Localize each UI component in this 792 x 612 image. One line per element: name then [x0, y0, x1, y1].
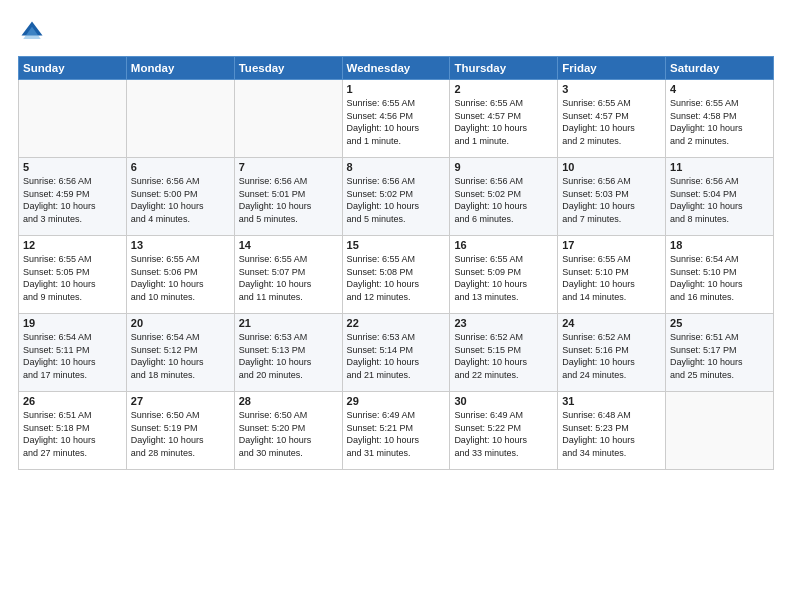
day-info: Sunrise: 6:55 AM Sunset: 5:08 PM Dayligh…	[347, 253, 446, 303]
weekday-header-row: SundayMondayTuesdayWednesdayThursdayFrid…	[19, 57, 774, 80]
day-number: 2	[454, 83, 553, 95]
day-number: 19	[23, 317, 122, 329]
day-cell: 1Sunrise: 6:55 AM Sunset: 4:56 PM Daylig…	[342, 80, 450, 158]
day-number: 9	[454, 161, 553, 173]
day-cell: 2Sunrise: 6:55 AM Sunset: 4:57 PM Daylig…	[450, 80, 558, 158]
day-cell	[234, 80, 342, 158]
day-cell: 24Sunrise: 6:52 AM Sunset: 5:16 PM Dayli…	[558, 314, 666, 392]
day-cell	[19, 80, 127, 158]
day-cell: 23Sunrise: 6:52 AM Sunset: 5:15 PM Dayli…	[450, 314, 558, 392]
day-info: Sunrise: 6:54 AM Sunset: 5:11 PM Dayligh…	[23, 331, 122, 381]
day-number: 16	[454, 239, 553, 251]
week-row-4: 26Sunrise: 6:51 AM Sunset: 5:18 PM Dayli…	[19, 392, 774, 470]
day-number: 28	[239, 395, 338, 407]
day-number: 14	[239, 239, 338, 251]
day-info: Sunrise: 6:54 AM Sunset: 5:12 PM Dayligh…	[131, 331, 230, 381]
day-cell: 18Sunrise: 6:54 AM Sunset: 5:10 PM Dayli…	[666, 236, 774, 314]
day-number: 26	[23, 395, 122, 407]
day-cell: 26Sunrise: 6:51 AM Sunset: 5:18 PM Dayli…	[19, 392, 127, 470]
day-info: Sunrise: 6:56 AM Sunset: 5:02 PM Dayligh…	[454, 175, 553, 225]
day-info: Sunrise: 6:53 AM Sunset: 5:14 PM Dayligh…	[347, 331, 446, 381]
day-number: 18	[670, 239, 769, 251]
day-cell: 19Sunrise: 6:54 AM Sunset: 5:11 PM Dayli…	[19, 314, 127, 392]
day-cell: 28Sunrise: 6:50 AM Sunset: 5:20 PM Dayli…	[234, 392, 342, 470]
day-cell: 12Sunrise: 6:55 AM Sunset: 5:05 PM Dayli…	[19, 236, 127, 314]
day-info: Sunrise: 6:52 AM Sunset: 5:16 PM Dayligh…	[562, 331, 661, 381]
day-cell: 22Sunrise: 6:53 AM Sunset: 5:14 PM Dayli…	[342, 314, 450, 392]
day-cell: 16Sunrise: 6:55 AM Sunset: 5:09 PM Dayli…	[450, 236, 558, 314]
day-number: 20	[131, 317, 230, 329]
weekday-thursday: Thursday	[450, 57, 558, 80]
day-cell: 9Sunrise: 6:56 AM Sunset: 5:02 PM Daylig…	[450, 158, 558, 236]
day-info: Sunrise: 6:55 AM Sunset: 5:05 PM Dayligh…	[23, 253, 122, 303]
day-info: Sunrise: 6:50 AM Sunset: 5:20 PM Dayligh…	[239, 409, 338, 459]
day-number: 13	[131, 239, 230, 251]
day-info: Sunrise: 6:56 AM Sunset: 5:03 PM Dayligh…	[562, 175, 661, 225]
day-info: Sunrise: 6:48 AM Sunset: 5:23 PM Dayligh…	[562, 409, 661, 459]
day-cell: 20Sunrise: 6:54 AM Sunset: 5:12 PM Dayli…	[126, 314, 234, 392]
day-number: 10	[562, 161, 661, 173]
day-cell: 15Sunrise: 6:55 AM Sunset: 5:08 PM Dayli…	[342, 236, 450, 314]
day-info: Sunrise: 6:52 AM Sunset: 5:15 PM Dayligh…	[454, 331, 553, 381]
day-cell: 6Sunrise: 6:56 AM Sunset: 5:00 PM Daylig…	[126, 158, 234, 236]
day-info: Sunrise: 6:50 AM Sunset: 5:19 PM Dayligh…	[131, 409, 230, 459]
day-info: Sunrise: 6:55 AM Sunset: 5:10 PM Dayligh…	[562, 253, 661, 303]
logo	[18, 18, 50, 46]
page: SundayMondayTuesdayWednesdayThursdayFrid…	[0, 0, 792, 612]
day-number: 25	[670, 317, 769, 329]
day-info: Sunrise: 6:49 AM Sunset: 5:21 PM Dayligh…	[347, 409, 446, 459]
day-cell: 21Sunrise: 6:53 AM Sunset: 5:13 PM Dayli…	[234, 314, 342, 392]
day-number: 3	[562, 83, 661, 95]
week-row-0: 1Sunrise: 6:55 AM Sunset: 4:56 PM Daylig…	[19, 80, 774, 158]
day-cell	[666, 392, 774, 470]
day-info: Sunrise: 6:49 AM Sunset: 5:22 PM Dayligh…	[454, 409, 553, 459]
day-cell: 13Sunrise: 6:55 AM Sunset: 5:06 PM Dayli…	[126, 236, 234, 314]
day-info: Sunrise: 6:55 AM Sunset: 5:09 PM Dayligh…	[454, 253, 553, 303]
day-number: 12	[23, 239, 122, 251]
day-number: 31	[562, 395, 661, 407]
day-number: 15	[347, 239, 446, 251]
week-row-1: 5Sunrise: 6:56 AM Sunset: 4:59 PM Daylig…	[19, 158, 774, 236]
day-info: Sunrise: 6:55 AM Sunset: 4:57 PM Dayligh…	[562, 97, 661, 147]
header	[18, 18, 774, 46]
day-info: Sunrise: 6:51 AM Sunset: 5:17 PM Dayligh…	[670, 331, 769, 381]
day-number: 22	[347, 317, 446, 329]
day-info: Sunrise: 6:56 AM Sunset: 5:04 PM Dayligh…	[670, 175, 769, 225]
day-info: Sunrise: 6:56 AM Sunset: 5:01 PM Dayligh…	[239, 175, 338, 225]
day-info: Sunrise: 6:56 AM Sunset: 5:00 PM Dayligh…	[131, 175, 230, 225]
day-cell: 27Sunrise: 6:50 AM Sunset: 5:19 PM Dayli…	[126, 392, 234, 470]
day-cell: 29Sunrise: 6:49 AM Sunset: 5:21 PM Dayli…	[342, 392, 450, 470]
day-info: Sunrise: 6:56 AM Sunset: 5:02 PM Dayligh…	[347, 175, 446, 225]
weekday-monday: Monday	[126, 57, 234, 80]
day-number: 6	[131, 161, 230, 173]
calendar-table: SundayMondayTuesdayWednesdayThursdayFrid…	[18, 56, 774, 470]
weekday-friday: Friday	[558, 57, 666, 80]
day-info: Sunrise: 6:55 AM Sunset: 4:57 PM Dayligh…	[454, 97, 553, 147]
day-number: 30	[454, 395, 553, 407]
day-number: 7	[239, 161, 338, 173]
day-cell: 11Sunrise: 6:56 AM Sunset: 5:04 PM Dayli…	[666, 158, 774, 236]
day-info: Sunrise: 6:54 AM Sunset: 5:10 PM Dayligh…	[670, 253, 769, 303]
weekday-wednesday: Wednesday	[342, 57, 450, 80]
day-info: Sunrise: 6:55 AM Sunset: 5:06 PM Dayligh…	[131, 253, 230, 303]
day-info: Sunrise: 6:55 AM Sunset: 5:07 PM Dayligh…	[239, 253, 338, 303]
weekday-sunday: Sunday	[19, 57, 127, 80]
day-info: Sunrise: 6:53 AM Sunset: 5:13 PM Dayligh…	[239, 331, 338, 381]
day-number: 1	[347, 83, 446, 95]
day-number: 23	[454, 317, 553, 329]
day-cell: 25Sunrise: 6:51 AM Sunset: 5:17 PM Dayli…	[666, 314, 774, 392]
day-cell: 31Sunrise: 6:48 AM Sunset: 5:23 PM Dayli…	[558, 392, 666, 470]
day-cell: 7Sunrise: 6:56 AM Sunset: 5:01 PM Daylig…	[234, 158, 342, 236]
weekday-saturday: Saturday	[666, 57, 774, 80]
logo-icon	[18, 18, 46, 46]
day-info: Sunrise: 6:56 AM Sunset: 4:59 PM Dayligh…	[23, 175, 122, 225]
day-info: Sunrise: 6:55 AM Sunset: 4:58 PM Dayligh…	[670, 97, 769, 147]
weekday-tuesday: Tuesday	[234, 57, 342, 80]
day-info: Sunrise: 6:51 AM Sunset: 5:18 PM Dayligh…	[23, 409, 122, 459]
day-number: 21	[239, 317, 338, 329]
day-cell: 10Sunrise: 6:56 AM Sunset: 5:03 PM Dayli…	[558, 158, 666, 236]
day-number: 29	[347, 395, 446, 407]
day-cell: 3Sunrise: 6:55 AM Sunset: 4:57 PM Daylig…	[558, 80, 666, 158]
day-number: 8	[347, 161, 446, 173]
day-cell: 30Sunrise: 6:49 AM Sunset: 5:22 PM Dayli…	[450, 392, 558, 470]
